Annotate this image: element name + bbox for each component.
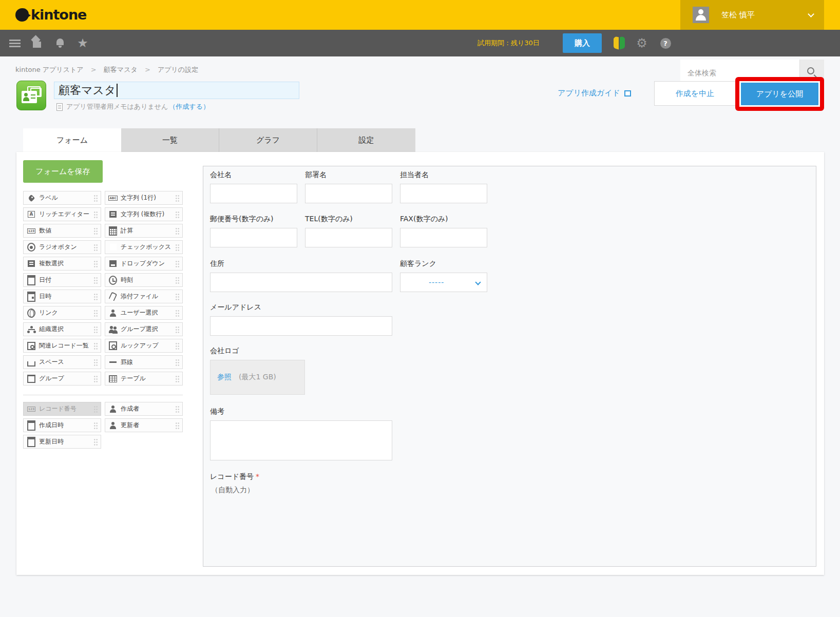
palette-item-text[interactable]: 文字列 (1行) bbox=[105, 191, 183, 205]
app-creation-guide-link[interactable]: アプリ作成ガイド bbox=[558, 88, 631, 98]
getting-started-button[interactable] bbox=[612, 30, 626, 56]
app-name-input[interactable]: 顧客マスタ bbox=[54, 82, 299, 99]
field-input-contact-name[interactable] bbox=[400, 184, 487, 203]
palette-item-datetime[interactable]: 日時 bbox=[23, 290, 101, 303]
buy-button[interactable]: 購入 bbox=[563, 33, 602, 53]
drag-handle-icon[interactable] bbox=[93, 293, 98, 301]
favorites-button[interactable]: ★ bbox=[74, 30, 91, 56]
drag-handle-icon[interactable] bbox=[175, 375, 180, 383]
palette-item-date[interactable]: 作成日時 bbox=[23, 418, 101, 432]
menu-button[interactable] bbox=[6, 30, 24, 56]
palette-item-checkbox[interactable]: チェックボックス bbox=[105, 240, 183, 254]
drag-handle-icon[interactable] bbox=[175, 195, 180, 202]
palette-item-group-select[interactable]: グループ選択 bbox=[105, 322, 183, 336]
drag-handle-icon[interactable] bbox=[93, 375, 98, 383]
palette-item-calc[interactable]: 計算 bbox=[105, 224, 183, 238]
field-input-tel[interactable] bbox=[305, 228, 392, 247]
drag-handle-icon[interactable] bbox=[175, 244, 180, 252]
drag-handle-icon[interactable] bbox=[175, 211, 180, 219]
palette-item-border[interactable]: 罫線 bbox=[105, 355, 183, 369]
notifications-button[interactable] bbox=[51, 30, 69, 56]
drag-handle-icon[interactable] bbox=[175, 406, 180, 413]
palette-item-time[interactable]: 時刻 bbox=[105, 273, 183, 287]
drag-handle-icon[interactable] bbox=[93, 422, 98, 430]
drag-handle-icon[interactable] bbox=[93, 359, 98, 367]
tab-form[interactable]: フォーム bbox=[23, 128, 121, 152]
palette-row: 日付時刻 bbox=[23, 273, 183, 287]
field-dropdown-customer-rank[interactable]: ----- bbox=[400, 273, 487, 292]
drag-handle-icon[interactable] bbox=[175, 326, 180, 334]
browse-link[interactable]: 参照 bbox=[217, 373, 232, 382]
drag-handle-icon[interactable] bbox=[175, 277, 180, 284]
palette-row: 更新日時 bbox=[23, 435, 183, 449]
drag-handle-icon[interactable] bbox=[93, 227, 98, 235]
drag-handle-icon[interactable] bbox=[93, 244, 98, 252]
tab-settings[interactable]: 設定 bbox=[317, 128, 415, 152]
drag-handle-icon[interactable] bbox=[93, 211, 98, 219]
palette-item-lookup[interactable]: ルックアップ bbox=[105, 339, 183, 353]
drag-handle-icon[interactable] bbox=[93, 260, 98, 268]
external-link-icon bbox=[624, 90, 631, 97]
drag-handle-icon[interactable] bbox=[93, 342, 98, 350]
palette-item-label[interactable]: ラベル bbox=[23, 191, 101, 205]
kintone-logo-text: kintone bbox=[31, 7, 86, 23]
drag-handle-icon[interactable] bbox=[93, 195, 98, 202]
home-button[interactable] bbox=[28, 30, 46, 56]
drag-handle-icon[interactable] bbox=[175, 310, 180, 317]
drag-handle-icon[interactable] bbox=[93, 326, 98, 334]
palette-item-group[interactable]: グループ bbox=[23, 372, 101, 385]
publish-app-button[interactable]: アプリを公開 bbox=[741, 83, 818, 105]
field-textarea-notes[interactable] bbox=[210, 420, 392, 460]
palette-item-label: ユーザー選択 bbox=[121, 308, 158, 317]
field-input-address[interactable] bbox=[210, 273, 392, 292]
drag-handle-icon[interactable] bbox=[175, 359, 180, 367]
drag-handle-icon[interactable] bbox=[175, 293, 180, 301]
tab-graph[interactable]: グラフ bbox=[219, 128, 317, 152]
drag-handle-icon[interactable] bbox=[175, 227, 180, 235]
drag-handle-icon[interactable] bbox=[175, 260, 180, 268]
user-menu[interactable]: 笠松 慎平 bbox=[680, 0, 824, 30]
field-input-fax[interactable] bbox=[400, 228, 487, 247]
palette-item-dropdown[interactable]: ドロップダウン bbox=[105, 257, 183, 271]
drag-handle-icon[interactable] bbox=[93, 438, 98, 446]
field-input-department[interactable] bbox=[305, 184, 392, 203]
field-label-fax: FAX(数字のみ) bbox=[400, 215, 448, 224]
palette-item-number[interactable]: 数値 bbox=[23, 224, 101, 238]
palette-item-user-select[interactable]: ユーザー選択 bbox=[105, 306, 183, 320]
user-select-icon bbox=[109, 421, 117, 430]
palette-item-org-select[interactable]: 組織選択 bbox=[23, 322, 101, 336]
palette-item-richtext[interactable]: リッチエディター bbox=[23, 207, 101, 221]
field-input-email[interactable] bbox=[210, 316, 392, 336]
field-label-customer-rank: 顧客ランク bbox=[400, 259, 436, 268]
palette-item-space[interactable]: スペース bbox=[23, 355, 101, 369]
palette-item-user-select[interactable]: 更新者 bbox=[105, 418, 183, 432]
drag-handle-icon[interactable] bbox=[93, 310, 98, 317]
admin-memo-row: アプリ管理者用メモはありません （作成する） bbox=[56, 102, 209, 111]
drag-handle-icon[interactable] bbox=[175, 422, 180, 430]
field-input-company-name[interactable] bbox=[210, 184, 297, 203]
breadcrumb-app-store[interactable]: kintone アプリストア bbox=[15, 66, 84, 73]
tab-list[interactable]: 一覧 bbox=[121, 128, 219, 152]
drag-handle-icon[interactable] bbox=[175, 342, 180, 350]
help-button[interactable]: ? bbox=[658, 30, 673, 56]
palette-item-radio[interactable]: ラジオボタン bbox=[23, 240, 101, 254]
palette-item-related-records[interactable]: 関連レコード一覧 bbox=[23, 339, 101, 353]
palette-item-date[interactable]: 更新日時 bbox=[23, 435, 101, 449]
palette-item-user-select[interactable]: 作成者 bbox=[105, 402, 183, 416]
palette-item-attachment[interactable]: 添付ファイル bbox=[105, 290, 183, 303]
breadcrumb-app[interactable]: 顧客マスタ bbox=[104, 66, 138, 73]
field-label-email: メールアドレス bbox=[210, 303, 261, 312]
palette-item-date[interactable]: 日付 bbox=[23, 273, 101, 287]
palette-item-multiselect[interactable]: 複数選択 bbox=[23, 257, 101, 271]
kintone-logo[interactable]: kintone bbox=[15, 7, 86, 23]
save-form-button[interactable]: フォームを保存 bbox=[23, 160, 103, 183]
field-input-zip[interactable] bbox=[210, 228, 297, 247]
palette-item-link[interactable]: リンク bbox=[23, 306, 101, 320]
settings-button[interactable]: ⚙ bbox=[635, 30, 649, 56]
palette-item-label: 計算 bbox=[121, 226, 133, 235]
palette-item-textarea[interactable]: 文字列 (複数行) bbox=[105, 207, 183, 221]
drag-handle-icon[interactable] bbox=[93, 277, 98, 284]
cancel-creation-button[interactable]: 作成を中止 bbox=[654, 81, 736, 106]
memo-create-link[interactable]: （作成する） bbox=[169, 102, 209, 111]
palette-item-table[interactable]: テーブル bbox=[105, 372, 183, 385]
